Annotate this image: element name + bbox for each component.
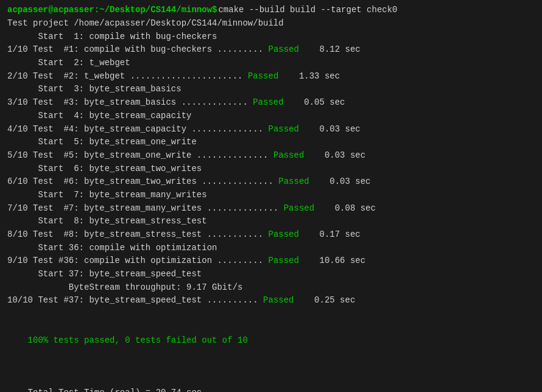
total-time-line: Total Test Time (real) = 20.74 sec bbox=[7, 374, 535, 392]
test-prefix: 10/10 Test #37: byte_stream_speed_test .… bbox=[7, 295, 263, 305]
prompt-user-host: acpasser@acpasser:~/Desktop/CS144/minnow… bbox=[7, 5, 217, 15]
test-status: Passed bbox=[248, 71, 278, 81]
output-line: Start 4: byte_stream_capacity bbox=[7, 110, 535, 123]
test-prefix: 6/10 Test #6: byte_stream_two_writes ...… bbox=[7, 177, 278, 186]
test-time: 0.03 sec bbox=[304, 150, 365, 160]
test-prefix: 5/10 Test #5: byte_stream_one_write ....… bbox=[7, 150, 273, 160]
test-result-line: 10/10 Test #37: byte_stream_speed_test .… bbox=[7, 294, 535, 307]
blank-line-2 bbox=[7, 360, 535, 374]
output-line: ByteStream throughput: 9.17 Gbit/s bbox=[7, 281, 535, 295]
test-time: 0.17 sec bbox=[299, 229, 361, 239]
test-status: Passed bbox=[268, 44, 298, 54]
test-time: 0.03 sec bbox=[299, 124, 361, 134]
test-time: 0.05 sec bbox=[284, 97, 345, 107]
test-status: Passed bbox=[268, 229, 298, 239]
test-result-line: 7/10 Test #7: byte_stream_many_writes ..… bbox=[7, 202, 535, 215]
test-status: Passed bbox=[268, 124, 298, 134]
test-result-line: 4/10 Test #4: byte_stream_capacity .....… bbox=[7, 123, 535, 136]
test-time: 0.08 sec bbox=[314, 203, 376, 213]
test-time: 0.25 sec bbox=[294, 295, 356, 305]
test-time: 10.66 sec bbox=[299, 256, 365, 265]
test-result-line: 3/10 Test #3: byte_stream_basics .......… bbox=[7, 96, 535, 110]
test-time: 0.03 sec bbox=[309, 177, 371, 186]
output-container: Test project /home/acpasser/Desktop/CS14… bbox=[7, 17, 535, 307]
prompt-line: acpasser@acpasser:~/Desktop/CS144/minnow… bbox=[7, 5, 535, 15]
output-line: Test project /home/acpasser/Desktop/CS14… bbox=[7, 17, 535, 30]
test-status: Passed bbox=[284, 203, 314, 213]
summary-text: 100% tests passed, 0 tests failed out of… bbox=[28, 335, 248, 345]
blank-line-1 bbox=[7, 307, 535, 321]
test-result-line: 6/10 Test #6: byte_stream_two_writes ...… bbox=[7, 175, 535, 189]
test-prefix: 7/10 Test #7: byte_stream_many_writes ..… bbox=[7, 203, 284, 213]
test-prefix: 8/10 Test #8: byte_stream_stress_test ..… bbox=[7, 229, 268, 239]
test-status: Passed bbox=[268, 256, 298, 265]
test-result-line: 2/10 Test #2: t_webget .................… bbox=[7, 70, 535, 83]
test-prefix: 2/10 Test #2: t_webget .................… bbox=[7, 71, 248, 81]
total-time-value: 20.74 sec bbox=[156, 388, 202, 392]
test-result-line: 1/10 Test #1: compile with bug-checkers … bbox=[7, 43, 535, 57]
prompt-command: cmake --build build --target check0 bbox=[218, 5, 397, 15]
output-line: Start 2: t_webget bbox=[7, 57, 535, 70]
output-line: Start 1: compile with bug-checkers bbox=[7, 30, 535, 44]
total-time-label: Total Test Time (real) = bbox=[28, 388, 156, 392]
output-line: Start 7: byte_stream_many_writes bbox=[7, 189, 535, 202]
test-result-line: 5/10 Test #5: byte_stream_one_write ....… bbox=[7, 149, 535, 163]
output-line: Start 5: byte_stream_one_write bbox=[7, 136, 535, 149]
test-result-line: 9/10 Test #36: compile with optimization… bbox=[7, 254, 535, 268]
test-prefix: 3/10 Test #3: byte_stream_basics .......… bbox=[7, 97, 253, 107]
test-time: 8.12 sec bbox=[299, 44, 361, 54]
output-line: Start 6: byte_stream_two_writes bbox=[7, 163, 535, 176]
output-line: Start 36: compile with optimization bbox=[7, 242, 535, 255]
test-prefix: 9/10 Test #36: compile with optimization… bbox=[7, 256, 268, 265]
output-line: Start 8: byte_stream_stress_test bbox=[7, 215, 535, 228]
test-prefix: 4/10 Test #4: byte_stream_capacity .....… bbox=[7, 124, 268, 134]
test-prefix: 1/10 Test #1: compile with bug-checkers … bbox=[7, 44, 268, 54]
test-status: Passed bbox=[263, 295, 294, 305]
test-status: Passed bbox=[278, 177, 309, 186]
output-line: Start 3: byte_stream_basics bbox=[7, 83, 535, 96]
test-status: Passed bbox=[253, 97, 283, 107]
test-status: Passed bbox=[273, 150, 304, 160]
output-line: Start 37: byte_stream_speed_test bbox=[7, 268, 535, 281]
terminal-window: acpasser@acpasser:~/Desktop/CS144/minnow… bbox=[0, 0, 542, 392]
test-result-line: 8/10 Test #8: byte_stream_stress_test ..… bbox=[7, 228, 535, 242]
summary-line: 100% tests passed, 0 tests failed out of… bbox=[7, 321, 535, 360]
test-time: 1.33 sec bbox=[278, 71, 340, 81]
